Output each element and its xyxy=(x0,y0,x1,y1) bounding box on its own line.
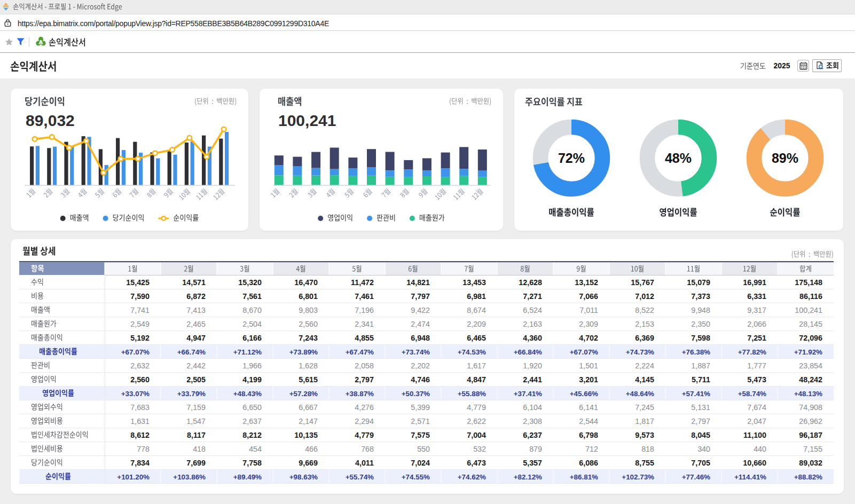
svg-text:+67.47%: +67.47% xyxy=(346,348,374,356)
svg-text:2,505: 2,505 xyxy=(186,375,206,384)
svg-text:4,276: 4,276 xyxy=(355,403,374,412)
svg-text:9,317: 9,317 xyxy=(747,306,766,314)
svg-text:14,571: 14,571 xyxy=(182,278,206,287)
svg-text:4,779: 4,779 xyxy=(355,431,374,439)
svg-text:48%: 48% xyxy=(665,151,692,166)
svg-text:6,141: 6,141 xyxy=(579,403,598,412)
svg-text:+88.82%: +88.82% xyxy=(794,473,822,481)
svg-text:11,472: 11,472 xyxy=(351,278,374,287)
svg-text:5,711: 5,711 xyxy=(692,375,710,384)
svg-text:2,637: 2,637 xyxy=(242,417,262,426)
svg-text:5,399: 5,399 xyxy=(411,403,430,412)
svg-text:100,241: 100,241 xyxy=(795,306,822,314)
svg-text:+89.49%: +89.49% xyxy=(233,473,262,481)
svg-text:28,145: 28,145 xyxy=(799,320,822,328)
svg-text:1,966: 1,966 xyxy=(242,361,262,370)
svg-text:879: 879 xyxy=(529,445,542,453)
svg-text:10,660: 10,660 xyxy=(743,459,766,467)
svg-text:+48.64%: +48.64% xyxy=(626,390,654,398)
svg-text:7,674: 7,674 xyxy=(747,403,766,412)
svg-text:768: 768 xyxy=(361,445,374,453)
svg-text:A: A xyxy=(38,39,43,45)
svg-text:+67.07%: +67.07% xyxy=(570,348,598,356)
svg-text:7,705: 7,705 xyxy=(691,459,710,467)
svg-text:+37.41%: +37.41% xyxy=(514,390,542,398)
svg-text:7,797: 7,797 xyxy=(411,292,430,301)
svg-text:2,549: 2,549 xyxy=(130,320,150,328)
svg-text:4,011: 4,011 xyxy=(355,459,374,467)
svg-text:175,148: 175,148 xyxy=(795,278,822,287)
svg-text:7,590: 7,590 xyxy=(130,292,150,301)
svg-text:16,470: 16,470 xyxy=(294,278,318,287)
svg-text:89%: 89% xyxy=(772,151,798,166)
svg-text:4,746: 4,746 xyxy=(411,375,430,384)
svg-text:2,504: 2,504 xyxy=(242,320,262,328)
svg-text:1,777: 1,777 xyxy=(747,361,766,370)
svg-text:8,612: 8,612 xyxy=(130,431,150,439)
svg-text:7,758: 7,758 xyxy=(242,459,262,467)
svg-text:7,683: 7,683 xyxy=(130,403,150,412)
svg-text:7,575: 7,575 xyxy=(411,431,430,439)
svg-text:2,350: 2,350 xyxy=(691,320,710,328)
svg-text:6,798: 6,798 xyxy=(579,431,598,439)
svg-text:7,243: 7,243 xyxy=(299,334,318,342)
svg-text:7,245: 7,245 xyxy=(635,403,654,412)
svg-text:1,631: 1,631 xyxy=(130,417,150,426)
svg-text:6,981: 6,981 xyxy=(467,292,486,301)
svg-text:7,461: 7,461 xyxy=(355,292,374,301)
svg-text:7,741: 7,741 xyxy=(130,306,150,314)
svg-text:+74.62%: +74.62% xyxy=(458,473,486,481)
svg-text:466: 466 xyxy=(305,445,318,453)
svg-text:+82.12%: +82.12% xyxy=(514,473,542,481)
svg-text:7,196: 7,196 xyxy=(355,306,374,314)
svg-text:7,699: 7,699 xyxy=(186,459,206,467)
svg-text:23,854: 23,854 xyxy=(799,361,822,370)
svg-text:+57.28%: +57.28% xyxy=(289,390,318,398)
svg-text:2,571: 2,571 xyxy=(411,417,430,426)
svg-text:9,573: 9,573 xyxy=(635,431,654,439)
svg-text:6,166: 6,166 xyxy=(242,334,262,342)
svg-text:6,473: 6,473 xyxy=(467,459,486,467)
svg-text:10,135: 10,135 xyxy=(294,431,318,439)
svg-text:+77.46%: +77.46% xyxy=(682,473,710,481)
svg-text:+38.87%: +38.87% xyxy=(346,390,374,398)
svg-text:8,670: 8,670 xyxy=(242,306,262,314)
svg-text:86,116: 86,116 xyxy=(799,292,822,301)
svg-text:6,104: 6,104 xyxy=(523,403,542,412)
svg-text:1,920: 1,920 xyxy=(523,361,542,370)
svg-text:2,797: 2,797 xyxy=(691,417,710,426)
svg-text:7,011: 7,011 xyxy=(579,306,598,314)
svg-text:6,331: 6,331 xyxy=(747,292,766,301)
svg-text:+77.82%: +77.82% xyxy=(738,348,766,356)
svg-text:7,373: 7,373 xyxy=(691,292,710,301)
svg-text:2,058: 2,058 xyxy=(355,361,374,370)
svg-text:15,320: 15,320 xyxy=(238,278,262,287)
svg-text:7,155: 7,155 xyxy=(803,445,822,453)
svg-text:2,341: 2,341 xyxy=(355,320,374,328)
svg-text:+67.07%: +67.07% xyxy=(121,348,150,356)
svg-text:+50.37%: +50.37% xyxy=(402,390,430,398)
svg-text:15,425: 15,425 xyxy=(126,278,150,287)
svg-text:1,887: 1,887 xyxy=(691,361,710,370)
svg-text:+73.89%: +73.89% xyxy=(289,348,318,356)
svg-text:4,779: 4,779 xyxy=(467,403,486,412)
svg-text:4,847: 4,847 xyxy=(467,375,486,384)
svg-text:7,066: 7,066 xyxy=(579,292,598,301)
svg-text:2,309: 2,309 xyxy=(579,320,598,328)
svg-text:5,357: 5,357 xyxy=(523,459,542,467)
svg-text:7,012: 7,012 xyxy=(635,292,654,301)
svg-text:+71.12%: +71.12% xyxy=(233,348,262,356)
svg-text:7,004: 7,004 xyxy=(467,431,486,439)
svg-text:2,209: 2,209 xyxy=(467,320,486,328)
svg-text:+33.79%: +33.79% xyxy=(177,390,206,398)
svg-text:7,834: 7,834 xyxy=(130,459,150,467)
svg-text:2,622: 2,622 xyxy=(467,417,486,426)
svg-text:12,628: 12,628 xyxy=(519,278,542,287)
svg-text:4,145: 4,145 xyxy=(635,375,654,384)
svg-text:2,224: 2,224 xyxy=(635,361,654,370)
svg-text:818: 818 xyxy=(641,445,654,453)
svg-text:2,147: 2,147 xyxy=(299,417,318,426)
svg-text:2,632: 2,632 xyxy=(130,361,150,370)
svg-text:6,650: 6,650 xyxy=(242,403,262,412)
svg-text:2,066: 2,066 xyxy=(747,320,766,328)
